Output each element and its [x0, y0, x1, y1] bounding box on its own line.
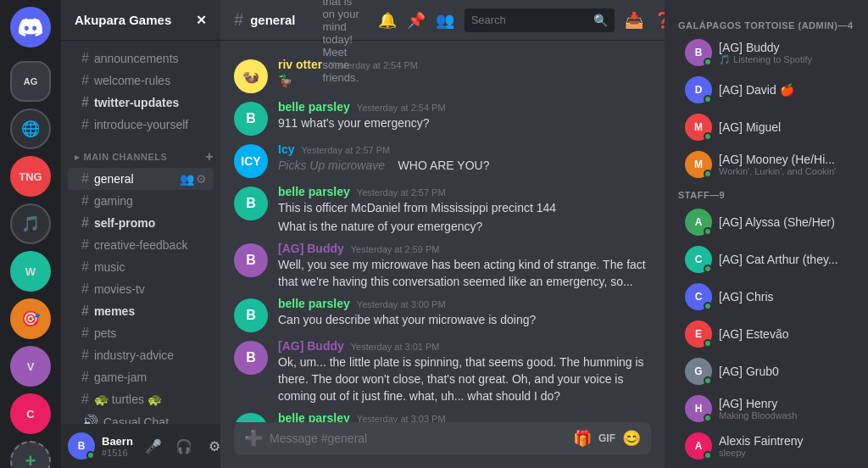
member-status: Workin', Lurkin', and Cookin' — [719, 166, 848, 176]
channel-self-promo[interactable]: # self-promo — [68, 212, 214, 234]
message-author[interactable]: belle parsley — [278, 185, 350, 198]
server-menu-icon[interactable]: ✕ — [196, 13, 207, 28]
search-input[interactable] — [471, 14, 590, 26]
channel-game-jam[interactable]: # game-jam — [68, 366, 214, 388]
member-ag-cat-arthur[interactable]: C [AG] Cat Arthur (they... — [671, 241, 861, 278]
channel-industry-advice[interactable]: # industry-advice — [68, 344, 214, 366]
channel-gaming[interactable]: # gaming — [68, 190, 214, 212]
add-channel-icon[interactable]: + — [205, 149, 214, 164]
message-header: belle parsley Yesterday at 3:03 PM — [278, 411, 651, 422]
member-ag-estevao[interactable]: E [AG] Estevão — [671, 315, 861, 353]
channel-welcome-rules[interactable]: # welcome-rules — [68, 70, 214, 92]
member-info: [AG] Alyssa (She/Her) — [719, 215, 848, 229]
message-author[interactable]: [AG] Buddy — [278, 339, 344, 353]
channel-casual-chat[interactable]: 🔊 Casual Chat — [68, 410, 214, 424]
message-group: B [AG] Buddy Yesterday at 3:01 PM Ok, um… — [220, 336, 665, 408]
pin-icon[interactable]: 📌 — [407, 11, 426, 30]
member-ag-david[interactable]: D [AG] David 🍎 — [671, 71, 861, 109]
message-author[interactable]: riv otter — [278, 58, 322, 71]
member-ag-alyssa[interactable]: A [AG] Alyssa (She/Her) — [671, 203, 861, 241]
member-captwingnut[interactable]: C CaptWingnut — [671, 465, 861, 468]
user-avatar[interactable]: B — [68, 432, 95, 460]
member-info: [AG] Buddy 🎵 Listening to Spotify — [719, 41, 848, 65]
message-author[interactable]: Icy — [278, 142, 294, 156]
message-input[interactable] — [270, 422, 566, 454]
channel-icons: 👥 ⚙ — [180, 172, 207, 186]
channel-turtles[interactable]: # 🐢 turtles 🐢 — [68, 388, 214, 410]
message-timestamp: Yesterday at 2:54 PM — [357, 103, 446, 113]
channel-prefix: # — [81, 95, 89, 110]
settings-icon[interactable]: ⚙ — [196, 172, 207, 186]
member-alexis[interactable]: A Alexis Faintreny sleepy — [671, 427, 861, 465]
message-author[interactable]: [AG] Buddy — [278, 242, 344, 255]
message-author[interactable]: belle parsley — [278, 297, 350, 310]
discord-home-button[interactable] — [10, 7, 51, 47]
channel-prefix: # — [81, 193, 89, 209]
members-icon: 👥 — [180, 172, 194, 186]
channel-introduce-yourself[interactable]: # introduce-yourself — [68, 114, 214, 136]
message-content: belle parsley Yesterday at 3:03 PM You m… — [278, 411, 651, 422]
online-status-dot — [704, 302, 712, 310]
channel-creative-feedback[interactable]: # creative-feedback — [68, 234, 214, 256]
chat-input-area: ➕ 🎁 GIF 😊 — [220, 422, 665, 468]
message-timestamp: Yesterday at 3:01 PM — [351, 342, 440, 352]
search-bar[interactable]: 🔍 — [465, 8, 615, 32]
avatar: B — [234, 243, 268, 277]
add-server-button[interactable]: + — [10, 441, 51, 468]
deafen-button[interactable]: 🎧 — [170, 432, 198, 460]
member-info: [AG] Estevão — [719, 327, 848, 341]
online-status-dot — [704, 376, 712, 385]
member-ag-henry[interactable]: H [AG] Henry Making Bloodwash — [671, 390, 861, 427]
inbox-icon[interactable]: 📥 — [625, 11, 643, 30]
gift-icon[interactable]: 🎁 — [573, 429, 592, 448]
channel-name: twitter-updates — [94, 96, 179, 109]
message-group: B belle parsley Yesterday at 2:57 PM Thi… — [220, 181, 665, 238]
message-text: Can you describe what your microwave is … — [278, 312, 651, 329]
message-group: B [AG] Buddy Yesterday at 2:59 PM Well, … — [220, 238, 665, 293]
message-content: [AG] Buddy Yesterday at 2:59 PM Well, yo… — [278, 242, 651, 290]
channel-twitter-updates[interactable]: # twitter-updates — [68, 92, 214, 114]
channel-name: game-jam — [94, 370, 147, 384]
server-icon-3[interactable]: TNG — [10, 156, 51, 197]
message-content: belle parsley Yesterday at 2:57 PM This … — [278, 185, 651, 235]
message-timestamp: Yesterday at 2:54 PM — [329, 60, 418, 70]
channel-music[interactable]: # music — [68, 256, 214, 278]
member-name: [AG] Cat Arthur (they... — [719, 253, 848, 266]
message-author[interactable]: belle parsley — [278, 411, 350, 422]
server-name-bar[interactable]: Akupara Games ✕ — [61, 0, 220, 41]
member-ag-miguel[interactable]: M [AG] Miguel — [671, 109, 861, 146]
user-avatar-letter: B — [78, 440, 86, 452]
online-status-dot — [704, 265, 712, 273]
avatar: B — [234, 102, 268, 136]
server-icon-5[interactable]: W — [10, 251, 51, 292]
online-status-dot — [86, 451, 95, 460]
channel-name: memes — [94, 304, 135, 318]
gif-icon[interactable]: GIF — [598, 432, 615, 444]
channel-memes[interactable]: # memes — [68, 300, 214, 322]
message-author[interactable]: belle parsley — [278, 100, 350, 114]
channel-general[interactable]: # general 👥 ⚙ — [68, 168, 214, 190]
attachment-icon[interactable]: ➕ — [244, 429, 263, 448]
channel-pets[interactable]: # pets — [68, 322, 214, 344]
server-icon-6[interactable]: 🎯 — [10, 298, 51, 339]
channel-announcements[interactable]: # announcements — [68, 47, 214, 70]
channel-movies-tv[interactable]: # movies-tv — [68, 278, 214, 300]
server-icon-akupara[interactable]: AG — [10, 61, 51, 102]
member-ag-mooney[interactable]: M [AG] Mooney (He/Hi... Workin', Lurkin'… — [671, 146, 861, 183]
member-ag-buddy[interactable]: B [AG] Buddy 🎵 Listening to Spotify — [671, 34, 861, 71]
members-toggle-icon[interactable]: 👥 — [436, 11, 454, 30]
server-icon-7[interactable]: V — [10, 346, 51, 387]
emoji-icon[interactable]: 😊 — [622, 429, 641, 448]
server-icon-2[interactable]: 🌐 — [10, 109, 51, 149]
notification-bell-icon[interactable]: 🔔 — [378, 11, 397, 30]
members-section-staff: STAFF—9 — [665, 183, 868, 203]
server-icon-4[interactable]: 🎵 — [10, 203, 51, 244]
search-icon: 🔍 — [593, 14, 608, 27]
member-ag-chris[interactable]: C [AG] Chris — [671, 278, 861, 315]
mute-button[interactable]: 🎤 — [140, 432, 167, 460]
section-collapse-icon[interactable]: ▸ — [75, 152, 81, 163]
server-icon-8[interactable]: C — [10, 393, 51, 434]
member-avatar: H — [685, 395, 712, 422]
member-ag-grub0[interactable]: G [AG] Grub0 — [671, 353, 861, 390]
message-header: Icy Yesterday at 2:57 PM — [278, 142, 651, 156]
